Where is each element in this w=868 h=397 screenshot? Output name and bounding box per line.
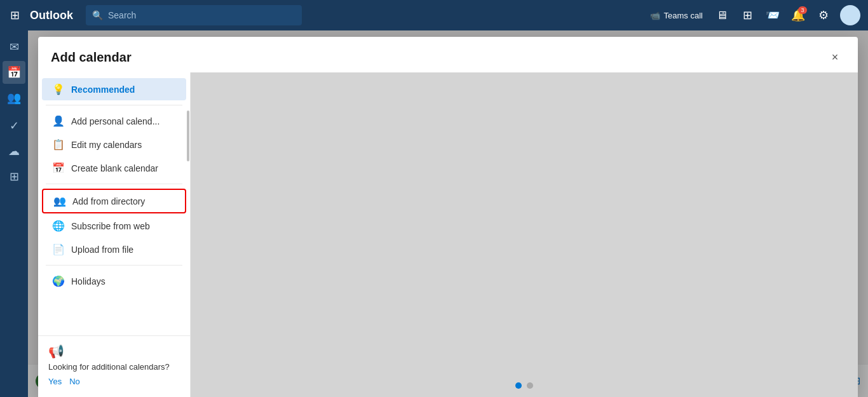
- holidays-label: Holidays: [71, 276, 105, 286]
- topbar-right: 📹 Teams call 🖥 ⊞ 📨 🔔 3 ⚙: [650, 4, 860, 27]
- subscribe-web-icon: 🌐: [52, 220, 65, 232]
- nav-cloud[interactable]: ☁: [3, 140, 25, 163]
- dot-1[interactable]: [515, 382, 522, 389]
- sidebar-divider-2: [46, 184, 182, 184]
- add-calendar-modal: Add calendar × 💡 Recommended: [38, 37, 858, 397]
- send-icon-button[interactable]: 📨: [761, 4, 784, 27]
- notification-badge: 3: [798, 6, 807, 14]
- video-icon: 📹: [650, 11, 660, 20]
- sidebar-item-holidays[interactable]: 🌍 Holidays: [42, 270, 186, 292]
- add-directory-label: Add from directory: [72, 196, 145, 206]
- grid-icon-button[interactable]: ⊞: [736, 4, 759, 27]
- nav-grid[interactable]: ⊞: [3, 165, 25, 188]
- recommended-label: Recommended: [71, 84, 135, 95]
- sidebar-item-add-personal[interactable]: 👤 Add personal calend...: [42, 110, 186, 132]
- teams-call-label: Teams call: [664, 11, 703, 20]
- search-box[interactable]: 🔍: [86, 5, 302, 25]
- bell-icon-button[interactable]: 🔔 3: [787, 4, 810, 27]
- sidebar-scrollbar[interactable]: [186, 72, 190, 397]
- topbar: ⊞ Outlook 🔍 📹 Teams call 🖥 ⊞ 📨 🔔 3 ⚙: [0, 0, 868, 30]
- yes-no-group: Yes No: [48, 377, 180, 386]
- upload-file-label: Upload from file: [71, 245, 133, 255]
- sidebar-item-edit-calendars[interactable]: 📋 Edit my calendars: [42, 133, 186, 156]
- add-personal-label: Add personal calend...: [71, 116, 159, 126]
- create-blank-icon: 📅: [52, 162, 65, 174]
- sidebar-item-upload-file[interactable]: 📄 Upload from file: [42, 238, 186, 260]
- pagination-dots: [515, 382, 533, 389]
- recommended-icon: 💡: [52, 83, 65, 95]
- sidebar-bottom: 📢 Looking for additional calendars? Yes …: [38, 335, 190, 394]
- add-personal-icon: 👤: [52, 115, 65, 127]
- close-button[interactable]: ×: [825, 47, 845, 67]
- teams-call-button[interactable]: 📹 Teams call: [650, 11, 703, 20]
- modal-overlay: Add calendar × 💡 Recommended: [28, 30, 868, 397]
- modal-title: Add calendar: [51, 50, 132, 65]
- sidebar-item-recommended[interactable]: 💡 Recommended: [42, 78, 186, 100]
- app-logo: Outlook: [30, 9, 73, 22]
- modal-body: 💡 Recommended 👤 Add personal calend... 📋: [38, 72, 858, 397]
- upload-file-icon: 📄: [52, 243, 65, 255]
- sidebar-item-subscribe-web[interactable]: 🌐 Subscribe from web: [42, 215, 186, 237]
- calendar-area: Add calendar × 💡 Recommended: [28, 30, 868, 397]
- monitor-icon-button[interactable]: 🖥: [710, 4, 733, 27]
- extra-calendars-icon: 📢: [48, 344, 180, 359]
- add-directory-icon: 👥: [53, 195, 66, 207]
- modal-content-area: [191, 72, 858, 397]
- modal-header: Add calendar ×: [38, 37, 858, 72]
- holidays-icon: 🌍: [52, 275, 65, 287]
- edit-calendars-label: Edit my calendars: [71, 140, 142, 150]
- modal-sidebar: 💡 Recommended 👤 Add personal calend... 📋: [38, 72, 191, 397]
- nav-people[interactable]: 👥: [3, 86, 25, 109]
- nav-rail: ✉ 📅 👥 ✓ ☁ ⊞: [0, 30, 28, 397]
- edit-calendars-icon: 📋: [52, 138, 65, 151]
- create-blank-label: Create blank calendar: [71, 163, 158, 173]
- main-layout: ✉ 📅 👥 ✓ ☁ ⊞ Add calendar ×: [0, 30, 868, 397]
- nav-calendar[interactable]: 📅: [3, 61, 25, 84]
- sidebar-divider-3: [46, 265, 182, 266]
- looking-text: Looking for additional calendars?: [48, 361, 180, 373]
- sidebar-scrollbar-thumb: [187, 111, 189, 161]
- sidebar-item-add-from-directory[interactable]: 👥 Add from directory: [42, 189, 186, 213]
- nav-tasks[interactable]: ✓: [3, 114, 25, 137]
- sidebar-divider-1: [46, 105, 182, 105]
- sidebar-item-create-blank[interactable]: 📅 Create blank calendar: [42, 157, 186, 179]
- avatar[interactable]: [840, 5, 860, 25]
- nav-mail[interactable]: ✉: [3, 36, 25, 58]
- no-button[interactable]: No: [69, 377, 80, 386]
- subscribe-web-label: Subscribe from web: [71, 221, 150, 231]
- dot-2[interactable]: [527, 382, 533, 389]
- yes-button[interactable]: Yes: [48, 377, 62, 386]
- search-icon: 🔍: [92, 10, 103, 20]
- settings-icon-button[interactable]: ⚙: [812, 4, 835, 27]
- waffle-icon[interactable]: ⊞: [8, 6, 22, 25]
- search-input[interactable]: [108, 10, 295, 20]
